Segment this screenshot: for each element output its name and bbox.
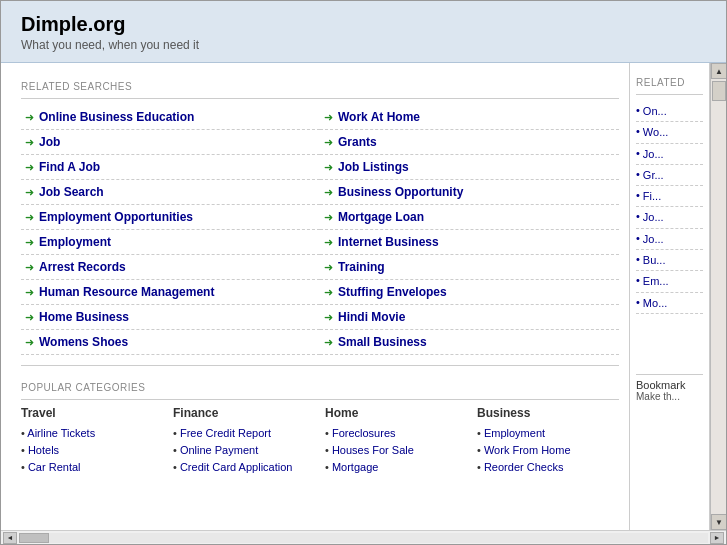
scroll-track bbox=[711, 79, 726, 514]
list-item: ➜ Employment bbox=[21, 230, 320, 255]
link-job-search[interactable]: Job Search bbox=[39, 185, 104, 199]
link-find-a-job[interactable]: Find A Job bbox=[39, 160, 100, 174]
list-item: Credit Card Application bbox=[173, 458, 315, 475]
scroll-down-button[interactable]: ▼ bbox=[711, 514, 726, 530]
link-online-business-education[interactable]: Online Business Education bbox=[39, 110, 194, 124]
link-employment-opportunities[interactable]: Employment Opportunities bbox=[39, 210, 193, 224]
link-human-resource-management[interactable]: Human Resource Management bbox=[39, 285, 214, 299]
h-scroll-thumb[interactable] bbox=[19, 533, 49, 543]
link-womens-shoes[interactable]: Womens Shoes bbox=[39, 335, 128, 349]
list-item: Foreclosures bbox=[325, 424, 467, 441]
bookmark-label: Bookmark bbox=[636, 379, 703, 391]
link-grants[interactable]: Grants bbox=[338, 135, 377, 149]
link-job-listings[interactable]: Job Listings bbox=[338, 160, 409, 174]
links-grid: ➜ Online Business Education ➜ Job ➜ Find… bbox=[21, 105, 619, 355]
sidebar-link-3[interactable]: Jo... bbox=[643, 147, 664, 161]
main-content: RELATED SEARCHES ➜ Online Business Educa… bbox=[1, 63, 630, 530]
link-online-payment[interactable]: Online Payment bbox=[180, 444, 258, 456]
arrow-icon: ➜ bbox=[324, 211, 333, 224]
list-item: Car Rental bbox=[21, 458, 163, 475]
list-item: • Jo... bbox=[636, 207, 703, 228]
arrow-icon: ➜ bbox=[25, 186, 34, 199]
link-internet-business[interactable]: Internet Business bbox=[338, 235, 439, 249]
sidebar-link-10[interactable]: Mo... bbox=[643, 296, 667, 310]
link-employment[interactable]: Employment bbox=[39, 235, 111, 249]
link-hotels[interactable]: Hotels bbox=[28, 444, 59, 456]
list-item: ➜ Small Business bbox=[320, 330, 619, 355]
sidebar-link-9[interactable]: Em... bbox=[643, 274, 669, 288]
bullet-icon: • bbox=[636, 232, 640, 244]
arrow-icon: ➜ bbox=[25, 286, 34, 299]
right-sidebar: RELATED • On... • Wo... • Jo... • Gr... … bbox=[630, 63, 710, 530]
sidebar-link-1[interactable]: On... bbox=[643, 104, 667, 118]
arrow-icon: ➜ bbox=[324, 311, 333, 324]
left-links-column: ➜ Online Business Education ➜ Job ➜ Find… bbox=[21, 105, 320, 355]
bullet-icon: • bbox=[636, 189, 640, 201]
link-mortgage[interactable]: Mortgage bbox=[332, 461, 378, 473]
arrow-icon: ➜ bbox=[25, 161, 34, 174]
list-item: ➜ Find A Job bbox=[21, 155, 320, 180]
category-finance: Finance Free Credit Report Online Paymen… bbox=[173, 406, 315, 475]
list-item: ➜ Grants bbox=[320, 130, 619, 155]
link-foreclosures[interactable]: Foreclosures bbox=[332, 427, 396, 439]
link-mortgage-loan[interactable]: Mortgage Loan bbox=[338, 210, 424, 224]
sidebar-link-4[interactable]: Gr... bbox=[643, 168, 664, 182]
list-item: • On... bbox=[636, 101, 703, 122]
sidebar-link-6[interactable]: Jo... bbox=[643, 210, 664, 224]
bullet-icon: • bbox=[636, 274, 640, 286]
arrow-icon: ➜ bbox=[25, 261, 34, 274]
list-item: ➜ Human Resource Management bbox=[21, 280, 320, 305]
link-home-business[interactable]: Home Business bbox=[39, 310, 129, 324]
list-item: ➜ Work At Home bbox=[320, 105, 619, 130]
popular-section: POPULAR CATEGORIES Travel Airline Ticket… bbox=[21, 365, 619, 475]
link-arrest-records[interactable]: Arrest Records bbox=[39, 260, 126, 274]
arrow-icon: ➜ bbox=[324, 336, 333, 349]
sidebar-link-2[interactable]: Wo... bbox=[643, 125, 668, 139]
link-small-business[interactable]: Small Business bbox=[338, 335, 427, 349]
link-reorder-checks[interactable]: Reorder Checks bbox=[484, 461, 563, 473]
link-free-credit-report[interactable]: Free Credit Report bbox=[180, 427, 271, 439]
link-houses-for-sale[interactable]: Houses For Sale bbox=[332, 444, 414, 456]
link-job[interactable]: Job bbox=[39, 135, 60, 149]
link-car-rental[interactable]: Car Rental bbox=[28, 461, 81, 473]
link-business-opportunity[interactable]: Business Opportunity bbox=[338, 185, 463, 199]
category-list-finance: Free Credit Report Online Payment Credit… bbox=[173, 424, 315, 475]
list-item: ➜ Employment Opportunities bbox=[21, 205, 320, 230]
bullet-icon: • bbox=[636, 253, 640, 265]
bullet-icon: • bbox=[636, 296, 640, 308]
list-item: ➜ Womens Shoes bbox=[21, 330, 320, 355]
list-item: ➜ Training bbox=[320, 255, 619, 280]
sidebar-link-5[interactable]: Fi... bbox=[643, 189, 661, 203]
link-credit-card-application[interactable]: Credit Card Application bbox=[180, 461, 293, 473]
list-item: Work From Home bbox=[477, 441, 619, 458]
list-item: Hotels bbox=[21, 441, 163, 458]
list-item: ➜ Home Business bbox=[21, 305, 320, 330]
right-sidebar-label: RELATED bbox=[636, 69, 703, 95]
link-work-at-home[interactable]: Work At Home bbox=[338, 110, 420, 124]
link-employment-cat[interactable]: Employment bbox=[484, 427, 545, 439]
category-title-business: Business bbox=[477, 406, 619, 420]
sidebar-link-8[interactable]: Bu... bbox=[643, 253, 666, 267]
list-item: • Em... bbox=[636, 271, 703, 292]
link-stuffing-envelopes[interactable]: Stuffing Envelopes bbox=[338, 285, 447, 299]
scroll-up-button[interactable]: ▲ bbox=[711, 63, 726, 79]
arrow-icon: ➜ bbox=[324, 111, 333, 124]
link-training[interactable]: Training bbox=[338, 260, 385, 274]
link-hindi-movie[interactable]: Hindi Movie bbox=[338, 310, 405, 324]
category-home: Home Foreclosures Houses For Sale Mortga… bbox=[325, 406, 467, 475]
scroll-thumb[interactable] bbox=[712, 81, 726, 101]
list-item: Mortgage bbox=[325, 458, 467, 475]
scroll-right-button[interactable]: ► bbox=[710, 532, 724, 544]
link-work-from-home[interactable]: Work From Home bbox=[484, 444, 571, 456]
arrow-icon: ➜ bbox=[25, 136, 34, 149]
site-title: Dimple.org bbox=[21, 13, 706, 36]
list-item: ➜ Hindi Movie bbox=[320, 305, 619, 330]
list-item: ➜ Arrest Records bbox=[21, 255, 320, 280]
link-airline-tickets[interactable]: Airline Tickets bbox=[27, 427, 95, 439]
sidebar-link-7[interactable]: Jo... bbox=[643, 232, 664, 246]
arrow-icon: ➜ bbox=[324, 236, 333, 249]
arrow-icon: ➜ bbox=[324, 261, 333, 274]
list-item: ➜ Job Listings bbox=[320, 155, 619, 180]
arrow-icon: ➜ bbox=[324, 161, 333, 174]
scroll-left-button[interactable]: ◄ bbox=[3, 532, 17, 544]
